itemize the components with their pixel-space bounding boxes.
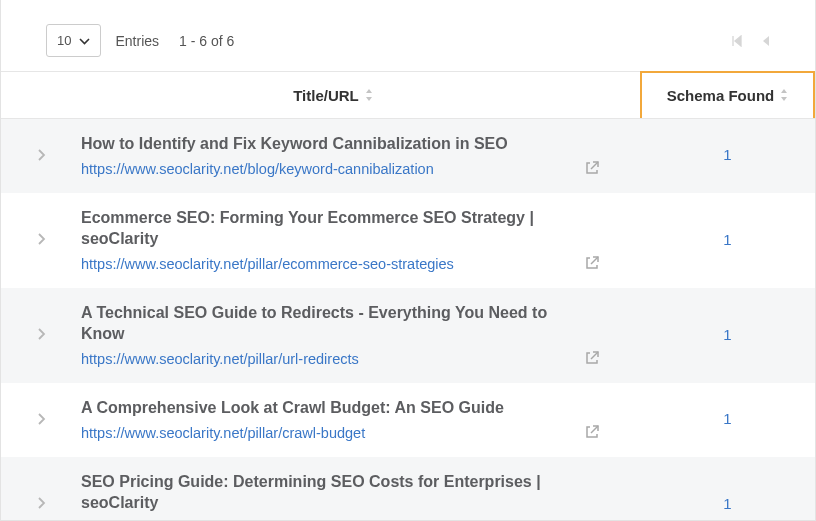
chevron-down-icon	[79, 33, 90, 48]
entries-range: 1 - 6 of 6	[179, 33, 234, 49]
table-row: A Technical SEO Guide to Redirects - Eve…	[1, 288, 815, 383]
external-link-icon	[585, 160, 600, 175]
open-cell[interactable]	[585, 207, 640, 272]
row-url[interactable]: https://www.seoclarity.net/pillar/ecomme…	[81, 256, 575, 272]
open-cell[interactable]	[585, 397, 640, 441]
results-panel: 10 Entries 1 - 6 of 6 Title/URL	[1, 0, 815, 521]
expand-cell[interactable]	[1, 412, 81, 426]
external-link-icon	[585, 424, 600, 439]
pager-bar: 10 Entries 1 - 6 of 6	[1, 0, 815, 71]
schema-found-value[interactable]: 1	[723, 410, 731, 427]
title-url-cell: A Comprehensive Look at Crawl Budget: An…	[81, 397, 585, 441]
chevron-right-icon	[37, 496, 46, 510]
schema-found-cell: 1	[640, 231, 815, 248]
table-row: SEO Pricing Guide: Determining SEO Costs…	[1, 457, 815, 521]
open-cell[interactable]	[585, 471, 640, 521]
header-schema-found[interactable]: Schema Found	[640, 71, 815, 118]
row-title: A Technical SEO Guide to Redirects - Eve…	[81, 302, 575, 345]
sort-icon	[780, 89, 788, 102]
open-cell[interactable]	[585, 133, 640, 177]
table-row: How to Identify and Fix Keyword Cannibal…	[1, 119, 815, 193]
expand-cell[interactable]	[1, 496, 81, 510]
pager-right	[731, 35, 770, 47]
page-size-value: 10	[57, 33, 71, 48]
title-url-cell: A Technical SEO Guide to Redirects - Eve…	[81, 302, 585, 367]
schema-found-value[interactable]: 1	[723, 231, 731, 248]
sort-icon	[365, 89, 373, 102]
table-body: How to Identify and Fix Keyword Cannibal…	[1, 119, 815, 521]
chevron-right-icon	[37, 412, 46, 426]
row-title: A Comprehensive Look at Crawl Budget: An…	[81, 397, 575, 419]
title-url-cell: How to Identify and Fix Keyword Cannibal…	[81, 133, 585, 177]
schema-found-cell: 1	[640, 410, 815, 427]
row-url[interactable]: https://www.seoclarity.net/pillar/crawl-…	[81, 425, 575, 441]
header-open	[585, 72, 640, 118]
first-page-icon[interactable]	[731, 35, 743, 47]
external-link-icon	[585, 350, 600, 365]
title-url-cell: SEO Pricing Guide: Determining SEO Costs…	[81, 471, 585, 521]
schema-found-cell: 1	[640, 326, 815, 343]
schema-found-cell: 1	[640, 146, 815, 163]
page-size-select[interactable]: 10	[46, 24, 101, 57]
external-link-icon	[585, 255, 600, 270]
row-url[interactable]: https://www.seoclarity.net/blog/keyword-…	[81, 161, 575, 177]
entries-label: Entries	[115, 33, 159, 49]
prev-page-icon[interactable]	[761, 35, 770, 47]
pager-left: 10 Entries 1 - 6 of 6	[46, 24, 234, 57]
table-row: A Comprehensive Look at Crawl Budget: An…	[1, 383, 815, 457]
title-url-cell: Ecommerce SEO: Forming Your Ecommerce SE…	[81, 207, 585, 272]
row-url[interactable]: https://www.seoclarity.net/pillar/url-re…	[81, 351, 575, 367]
chevron-right-icon	[37, 232, 46, 246]
header-expand	[1, 72, 81, 118]
schema-found-value[interactable]: 1	[723, 326, 731, 343]
table-header-row: Title/URL Schema Found	[1, 71, 815, 119]
open-cell[interactable]	[585, 302, 640, 367]
header-label: Schema Found	[667, 87, 775, 104]
schema-found-value[interactable]: 1	[723, 146, 731, 163]
schema-found-cell: 1	[640, 495, 815, 512]
chevron-right-icon	[37, 148, 46, 162]
row-title: How to Identify and Fix Keyword Cannibal…	[81, 133, 575, 155]
expand-cell[interactable]	[1, 327, 81, 341]
results-table: Title/URL Schema Found How to Identify a…	[1, 71, 815, 521]
table-row: Ecommerce SEO: Forming Your Ecommerce SE…	[1, 193, 815, 288]
row-title: Ecommerce SEO: Forming Your Ecommerce SE…	[81, 207, 575, 250]
schema-found-value[interactable]: 1	[723, 495, 731, 512]
chevron-right-icon	[37, 327, 46, 341]
expand-cell[interactable]	[1, 232, 81, 246]
header-title-url[interactable]: Title/URL	[81, 72, 585, 118]
header-label: Title/URL	[293, 87, 359, 104]
expand-cell[interactable]	[1, 148, 81, 162]
row-title: SEO Pricing Guide: Determining SEO Costs…	[81, 471, 575, 514]
